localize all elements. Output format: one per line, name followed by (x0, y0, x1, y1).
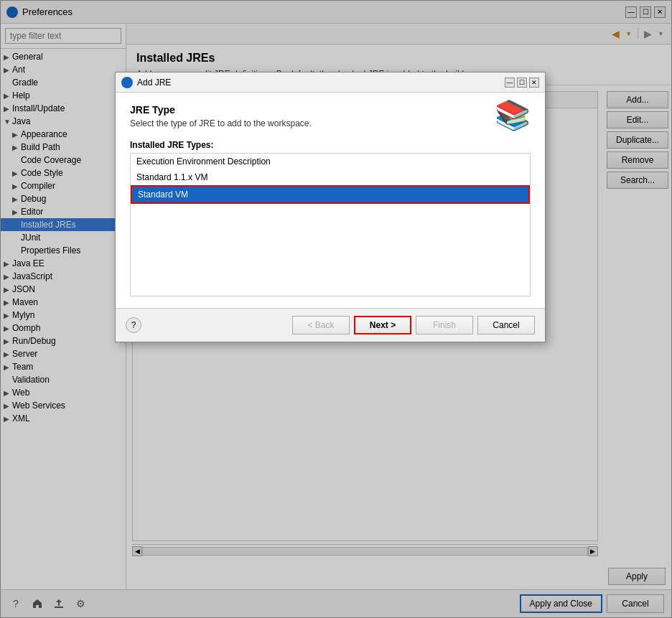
modal-section-desc: Select the type of JRE to add to the wor… (130, 118, 312, 128)
modal-maximize-btn[interactable]: ☐ (517, 78, 527, 88)
modal-footer: ? < Back Next > Finish Cancel (116, 308, 545, 342)
modal-minimize-btn[interactable]: — (505, 78, 515, 88)
modal-eclipse-icon (121, 77, 133, 88)
modal-footer-left: ? (126, 317, 141, 333)
add-jre-dialog: Add JRE — ☐ ✕ JRE Type Select the type o… (115, 72, 546, 342)
modal-cancel-button[interactable]: Cancel (477, 316, 535, 334)
modal-overlay: Add JRE — ☐ ✕ JRE Type Select the type o… (0, 0, 672, 618)
jre-books-icon: 📚 (495, 98, 531, 132)
modal-list-label: Installed JRE Types: (130, 140, 531, 150)
list-item-execution-env[interactable]: Execution Environment Description (131, 154, 530, 169)
modal-close-btn[interactable]: ✕ (529, 78, 539, 88)
modal-section-title: JRE Type (130, 104, 312, 116)
finish-button[interactable]: Finish (416, 316, 473, 334)
modal-title-controls: — ☐ ✕ (505, 78, 539, 88)
modal-content: JRE Type Select the type of JRE to add t… (116, 93, 545, 308)
list-item-standard-11[interactable]: Standard 1.1.x VM (131, 169, 530, 185)
next-button[interactable]: Next > (354, 316, 411, 334)
modal-footer-right: < Back Next > Finish Cancel (292, 316, 535, 334)
modal-title: Add JRE (137, 78, 505, 88)
back-button[interactable]: < Back (292, 316, 350, 334)
modal-title-bar: Add JRE — ☐ ✕ (116, 72, 545, 93)
jre-type-list: Execution Environment Description Standa… (130, 153, 531, 296)
modal-help-button[interactable]: ? (126, 317, 141, 333)
list-item-standard-vm[interactable]: Standard VM (131, 185, 530, 204)
